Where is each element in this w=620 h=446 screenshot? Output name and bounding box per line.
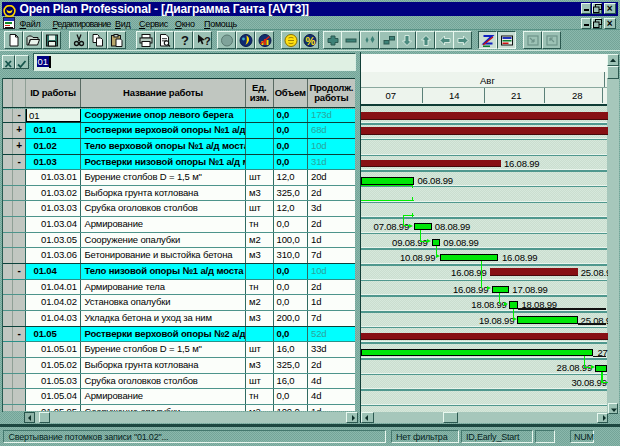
svg-text:%: % xyxy=(305,35,315,47)
svg-text:?: ? xyxy=(204,35,211,47)
svg-text:?: ? xyxy=(181,33,189,48)
